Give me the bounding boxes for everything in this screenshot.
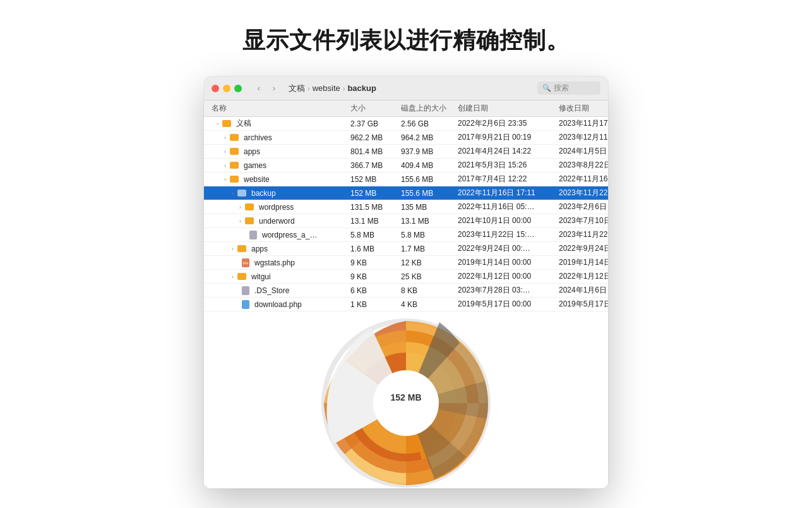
chevron-icon[interactable]: ›	[215, 123, 221, 124]
chevron-icon[interactable]: ›	[239, 204, 241, 210]
cell-created: 2022年11月16日 17:11	[455, 186, 556, 200]
chevron-icon[interactable]: ›	[230, 192, 236, 194]
cell-created: 2022年9月24日 00:…	[455, 242, 556, 255]
table-row[interactable]: ›witgui9 KB25 KB2022年1月12日 00:002022年1月1…	[204, 270, 608, 284]
cell-created: 2023年11月22日 15:…	[455, 228, 556, 241]
col-modified[interactable]: 修改日期	[556, 100, 608, 116]
cell-modified: 2023年11月22日 15:45	[556, 186, 608, 200]
cell-size: 131.5 MB	[348, 202, 398, 213]
cell-disk: 8 KB	[398, 285, 455, 296]
folder-icon	[245, 203, 254, 210]
cell-created: 2017年7月4日 12:22	[455, 172, 556, 186]
donut-chart: 152 MB	[308, 311, 504, 488]
cell-disk: 155.6 MB	[398, 188, 455, 199]
table-row[interactable]: ›backup152 MB155.6 MB2022年11月16日 17:1120…	[204, 186, 608, 200]
col-disk[interactable]: 磁盘上的大小	[398, 100, 455, 116]
file-name: website	[244, 175, 270, 184]
file-name: .DS_Store	[254, 286, 289, 295]
col-name[interactable]: 名称	[209, 100, 348, 116]
cell-modified: 2024年1月6日 01:41	[556, 284, 608, 297]
cell-created: 2022年1月12日 00:00	[455, 270, 556, 283]
cell-size: 152 MB	[348, 174, 398, 185]
col-created[interactable]: 创建日期	[455, 100, 556, 116]
minimize-button[interactable]	[223, 85, 230, 92]
cell-size: 6 KB	[348, 285, 398, 296]
php-file-icon	[242, 300, 249, 309]
cell-created: 2021年4月24日 14:22	[455, 145, 556, 158]
folder-icon	[237, 245, 246, 252]
table-row[interactable]: ›apps801.4 MB937.9 MB2021年4月24日 14:22202…	[204, 145, 608, 159]
col-size[interactable]: 大小	[348, 100, 398, 116]
cell-size: 2.37 GB	[348, 118, 398, 130]
table-row[interactable]: download.php1 KB4 KB2019年5月17日 00:002019…	[204, 298, 608, 311]
cell-size: 1 KB	[348, 299, 398, 310]
table-row[interactable]: ›义稿2.37 GB2.56 GB2022年2月6日 23:352023年11月…	[204, 117, 608, 131]
table-row[interactable]: .DS_Store6 KB8 KB2023年7月28日 03:…2024年1月6…	[204, 284, 608, 298]
table-row[interactable]: ›wordpress131.5 MB135 MB2022年11月16日 05:……	[204, 200, 608, 214]
search-box[interactable]: 🔍 搜索	[537, 82, 600, 95]
table-row[interactable]: ›games366.7 MB409.4 MB2021年5月3日 15:26202…	[204, 159, 608, 172]
cell-size: 9 KB	[348, 271, 398, 282]
file-name: witgui	[251, 272, 271, 281]
cell-modified: 2023年12月11日 12:12	[556, 131, 608, 144]
chevron-icon[interactable]: ›	[224, 162, 226, 169]
file-name: wordpress	[259, 203, 294, 212]
cell-created: 2019年1月14日 00:00	[455, 256, 556, 269]
chevron-icon[interactable]: ›	[222, 178, 229, 180]
cell-disk: 964.2 MB	[398, 132, 455, 143]
fullscreen-button[interactable]	[234, 85, 242, 92]
chevron-icon[interactable]: ›	[232, 246, 234, 252]
folder-icon	[222, 120, 231, 127]
cell-modified: 2023年11月22日 15:38	[556, 228, 608, 241]
table-header: 名称 大小 磁盘上的大小 创建日期 修改日期	[204, 100, 608, 117]
cell-disk: 409.4 MB	[398, 160, 455, 171]
chevron-icon[interactable]: ›	[224, 148, 226, 155]
table-row[interactable]: ›apps1.6 MB1.7 MB2022年9月24日 00:…2022年9月2…	[204, 242, 608, 256]
table-row[interactable]: ›website152 MB155.6 MB2017年7月4日 12:22202…	[204, 172, 608, 186]
cell-disk: 135 MB	[398, 202, 455, 213]
chevron-icon[interactable]: ›	[232, 274, 234, 280]
table-row[interactable]: wordpress_a_…5.8 MB5.8 MB2023年11月22日 15:…	[204, 228, 608, 242]
file-name: download.php	[254, 300, 302, 309]
file-name: 义稿	[236, 118, 251, 129]
file-name: wordpress_a_…	[262, 231, 317, 239]
close-button[interactable]	[212, 85, 219, 92]
cell-modified: 2023年11月17日 19:15	[556, 117, 608, 130]
svg-point-1	[373, 370, 439, 436]
cell-disk: 5.8 MB	[398, 229, 455, 241]
breadcrumb-item-3[interactable]: backup	[347, 83, 376, 93]
file-icon	[249, 231, 257, 239]
folder-icon	[245, 217, 254, 224]
back-button[interactable]: ‹	[252, 82, 266, 95]
forward-button[interactable]: ›	[267, 82, 281, 95]
folder-icon	[230, 162, 239, 169]
table-row[interactable]: phpwgstats.php9 KB12 KB2019年1月14日 00:002…	[204, 256, 608, 270]
table-row[interactable]: ›archives962.2 MB964.2 MB2017年9月21日 00:1…	[204, 131, 608, 145]
cell-disk: 155.6 MB	[398, 174, 455, 185]
table-body: ›义稿2.37 GB2.56 GB2022年2月6日 23:352023年11月…	[204, 117, 608, 311]
cell-disk: 12 KB	[398, 257, 455, 269]
cell-modified: 2022年11月16日 17:11	[556, 172, 608, 186]
titlebar: ‹ › 文稿 › website › backup 🔍 搜索	[204, 76, 608, 100]
cell-size: 801.4 MB	[348, 146, 398, 157]
cell-disk: 937.9 MB	[398, 146, 455, 157]
table-row[interactable]: ›underword13.1 MB13.1 MB2021年10月1日 00:00…	[204, 214, 608, 228]
breadcrumb: 文稿 › website › backup	[289, 83, 532, 94]
cell-size: 152 MB	[348, 188, 398, 199]
breadcrumb-item-1[interactable]: 文稿	[289, 83, 305, 94]
cell-created: 2023年7月28日 03:…	[455, 284, 556, 297]
cell-disk: 4 KB	[398, 299, 455, 310]
cell-modified: 2024年1月5日 19:46	[556, 145, 608, 158]
cell-modified: 2023年7月10日 00:00	[556, 214, 608, 227]
folder-icon	[230, 148, 239, 155]
breadcrumb-item-2[interactable]: website	[313, 83, 340, 93]
cell-created: 2022年11月16日 05:…	[455, 200, 556, 214]
finder-window: ‹ › 文稿 › website › backup 🔍 搜索 名称 大小 磁盘上…	[204, 76, 608, 488]
cell-size: 366.7 MB	[348, 160, 398, 171]
cell-size: 962.2 MB	[348, 132, 398, 143]
chevron-icon[interactable]: ›	[224, 135, 226, 141]
file-name: apps	[251, 245, 268, 253]
cell-created: 2021年10月1日 00:00	[455, 214, 556, 227]
chevron-icon[interactable]: ›	[239, 218, 241, 224]
nav-arrows: ‹ ›	[252, 82, 281, 95]
